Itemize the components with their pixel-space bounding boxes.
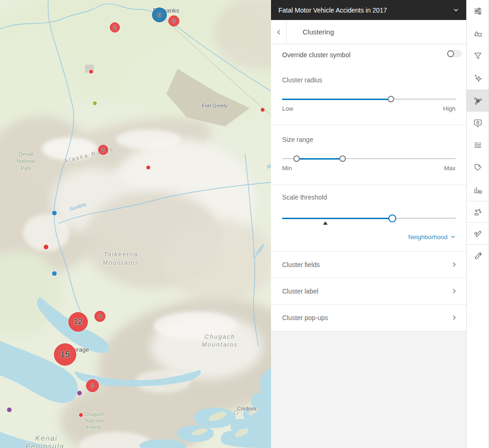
- cluster-radius-min-label: Low: [282, 105, 293, 112]
- page-title: Clustering: [303, 28, 334, 36]
- cluster-fields-label: Cluster fields: [282, 261, 320, 268]
- tool-symbology[interactable]: [467, 22, 489, 45]
- chevron-down-icon: [450, 234, 456, 240]
- tool-effects[interactable]: [467, 67, 489, 89]
- cluster-marker[interactable]: 12: [68, 312, 88, 332]
- fields-list-icon: [473, 140, 483, 150]
- point-marker[interactable]: [77, 390, 82, 396]
- point-marker[interactable]: [7, 407, 12, 413]
- scale-level-dropdown[interactable]: Neighborhood: [408, 234, 456, 241]
- panel-header: Clustering: [271, 20, 466, 44]
- chevron-down-icon: [453, 7, 459, 13]
- tool-filter[interactable]: [467, 45, 489, 67]
- slider-fill: [282, 99, 391, 100]
- tool-labels[interactable]: [467, 156, 489, 179]
- designer-toolbar: [466, 0, 489, 448]
- cluster-marker[interactable]: 2: [98, 145, 108, 155]
- wrench-icon: [473, 251, 483, 261]
- tool-popups[interactable]: [467, 112, 489, 134]
- point-marker[interactable]: [43, 244, 49, 250]
- cluster-marker[interactable]: 6: [152, 7, 167, 22]
- tool-sharing[interactable]: [467, 201, 489, 222]
- slider-fill: [297, 158, 343, 160]
- cluster-popups-label: Cluster pop-ups: [282, 314, 328, 321]
- section-divider: [271, 185, 466, 185]
- cluster-fields-row[interactable]: Cluster fields: [271, 252, 466, 278]
- popup-gear-icon: [473, 118, 483, 128]
- clustering-icon: [473, 95, 483, 106]
- scale-threshold-slider[interactable]: [282, 214, 456, 222]
- point-marker[interactable]: [89, 69, 93, 74]
- sketch-pencil-icon: [473, 228, 483, 239]
- override-cluster-symbol-label: Override cluster symbol: [282, 51, 350, 59]
- size-range-min-label: Min: [282, 165, 292, 172]
- override-toggle[interactable]: [447, 50, 462, 57]
- chevron-left-icon: [276, 29, 282, 35]
- cluster-label-row[interactable]: Cluster label: [271, 278, 466, 305]
- size-range-max-handle[interactable]: [339, 155, 346, 162]
- point-marker[interactable]: [52, 271, 57, 276]
- settings-panel: Fatal Motor Vehicle Accidents in 2017 Cl…: [271, 0, 466, 448]
- section-divider: [271, 125, 466, 125]
- scale-threshold-handle[interactable]: [388, 214, 396, 222]
- cluster-popups-row[interactable]: Cluster pop-ups: [271, 305, 466, 331]
- tool-layer-properties[interactable]: [467, 0, 489, 22]
- map-canvas[interactable]: FairbanksFort GreelyDenaliNationalParkAl…: [0, 0, 271, 448]
- cluster-radius-slider[interactable]: [282, 95, 456, 103]
- size-range-slider[interactable]: [282, 155, 456, 162]
- point-marker[interactable]: [52, 210, 57, 216]
- sliders-icon: [473, 6, 483, 16]
- cluster-marker[interactable]: 15: [54, 343, 76, 366]
- size-range-label: Size range: [282, 136, 313, 143]
- shapes-icon: [473, 28, 483, 39]
- layer-title: Fatal Motor Vehicle Accidents in 2017: [278, 7, 453, 14]
- cluster-radius-max-label: High: [443, 105, 456, 112]
- cluster-marker[interactable]: 4: [94, 311, 106, 322]
- chevron-right-icon: [452, 288, 457, 294]
- cluster-options-list: Cluster fields Cluster label Cluster pop…: [271, 251, 466, 331]
- point-marker[interactable]: [146, 165, 151, 170]
- cluster-marker[interactable]: 2: [110, 22, 120, 33]
- scale-threshold-label: Scale threshold: [282, 194, 327, 201]
- current-scale-marker: [323, 221, 328, 225]
- scale-level-value: Neighborhood: [408, 234, 448, 241]
- sparkle-icon: [473, 73, 483, 83]
- panel-body: Override cluster symbol Cluster radius L…: [271, 44, 466, 448]
- tag-icon: [473, 162, 483, 173]
- bar-chart-gear-icon: [473, 185, 483, 195]
- tool-charts[interactable]: [467, 179, 489, 201]
- slider-fill: [282, 218, 392, 219]
- size-range-max-label: Max: [444, 165, 456, 172]
- point-marker[interactable]: [79, 413, 83, 417]
- tool-clustering[interactable]: [467, 89, 489, 112]
- back-button[interactable]: [271, 20, 287, 44]
- filter-icon: [473, 51, 483, 61]
- cluster-marker[interactable]: 3: [86, 379, 99, 392]
- point-marker[interactable]: [260, 107, 265, 112]
- point-marker[interactable]: [234, 411, 238, 415]
- toggle-knob: [447, 50, 454, 57]
- point-marker[interactable]: [93, 101, 97, 106]
- panel-footer: [271, 331, 466, 448]
- group-icon: [473, 207, 483, 217]
- cluster-radius-handle[interactable]: [388, 96, 394, 102]
- tool-sketch[interactable]: [467, 223, 489, 244]
- chevron-right-icon: [452, 262, 457, 267]
- tool-settings[interactable]: [467, 245, 489, 267]
- cluster-label-label: Cluster label: [282, 288, 318, 295]
- chevron-right-icon: [452, 315, 457, 320]
- map-markers-layer: 6322412153: [0, 0, 271, 448]
- layer-selector[interactable]: Fatal Motor Vehicle Accidents in 2017: [271, 0, 466, 20]
- cluster-marker[interactable]: 3: [168, 15, 179, 27]
- size-range-min-handle[interactable]: [293, 155, 300, 162]
- tool-fields[interactable]: [467, 134, 489, 156]
- app-window: FairbanksFort GreelyDenaliNationalParkAl…: [0, 0, 489, 448]
- cluster-radius-label: Cluster radius: [282, 76, 322, 84]
